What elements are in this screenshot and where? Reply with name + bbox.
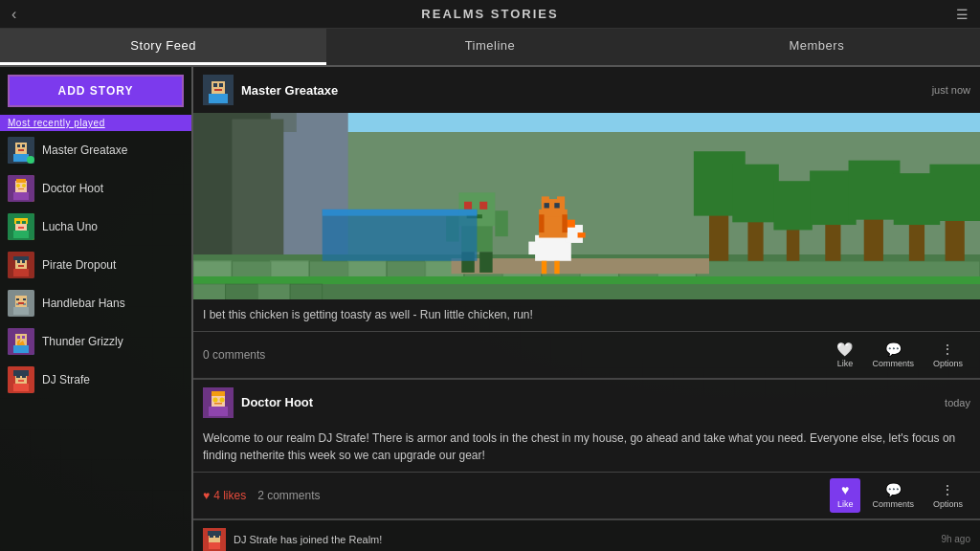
comment-icon-2: 💬 — [885, 482, 902, 497]
post-body-2: Welcome to our realm DJ Strafe! There is… — [193, 426, 980, 472]
post-author-1: Master Greataxe — [241, 83, 924, 98]
sidebar-item-lucha-uno[interactable]: Lucha Uno — [0, 208, 191, 246]
svg-rect-33 — [18, 302, 24, 304]
section-label: Most recently played — [0, 115, 191, 131]
tab-story-feed[interactable]: Story Feed — [0, 29, 326, 65]
svg-rect-103 — [578, 232, 586, 237]
svg-rect-30 — [23, 298, 26, 300]
sidebar-item-doctor-hoot[interactable]: Doctor Hoot — [0, 169, 191, 208]
svg-rect-4 — [18, 149, 24, 151]
svg-rect-25 — [18, 265, 24, 267]
options-label: Options — [933, 359, 963, 368]
svg-rect-114 — [323, 209, 478, 261]
svg-rect-118 — [193, 284, 226, 299]
svg-rect-115 — [323, 209, 478, 216]
post-actions-1: 0 comments 🤍 Like 💬 Comments ⋮ Options — [193, 331, 980, 378]
like-button-1[interactable]: 🤍 Like — [829, 338, 860, 372]
story-feed: Master Greataxe just now — [191, 67, 980, 551]
avatar-thunder-grizzly — [8, 328, 34, 355]
options-label-2: Options — [933, 499, 963, 509]
heart-icon: 🤍 — [836, 342, 853, 357]
svg-rect-44 — [22, 375, 26, 378]
svg-rect-111 — [554, 203, 559, 208]
comments-button-2[interactable]: 💬 Comments — [864, 478, 922, 513]
svg-rect-50 — [219, 83, 223, 87]
svg-rect-28 — [15, 296, 27, 307]
back-button[interactable]: ‹ — [11, 6, 16, 23]
menu-button[interactable]: ☰ — [956, 7, 969, 22]
svg-rect-29 — [16, 298, 19, 300]
svg-point-9 — [16, 184, 20, 187]
svg-rect-119 — [226, 284, 258, 299]
like-label: Like — [837, 359, 854, 368]
options-icon: ⋮ — [941, 342, 954, 357]
svg-rect-120 — [257, 284, 290, 299]
heart-icon-active: ♥ — [841, 482, 849, 497]
content-area: ADD STORY Most recently played — [0, 67, 980, 551]
options-button-2[interactable]: ⋮ Options — [925, 478, 970, 513]
svg-rect-17 — [22, 221, 26, 224]
story-post-1: Master Greataxe just now — [193, 67, 980, 380]
tab-timeline[interactable]: Timeline — [326, 29, 653, 65]
sidebar-item-handlebar-hans[interactable]: Handlebar Hans — [0, 284, 191, 322]
comments-count-1: 0 comments — [203, 348, 825, 362]
svg-rect-46 — [13, 384, 29, 391]
svg-rect-92 — [464, 202, 472, 209]
svg-rect-24 — [22, 260, 25, 263]
svg-rect-3 — [22, 144, 25, 147]
comments-label-2: Comments — [872, 499, 914, 509]
svg-rect-110 — [545, 203, 549, 208]
notification-text: DJ Strafe has joined the Realm! — [234, 534, 933, 545]
options-button-1[interactable]: ⋮ Options — [925, 338, 970, 372]
svg-rect-37 — [17, 336, 20, 339]
svg-rect-19 — [13, 231, 29, 238]
player-name: Thunder Grizzly — [42, 335, 123, 348]
sidebar: ADD STORY Most recently played — [0, 67, 191, 551]
post-time-2: today — [945, 397, 970, 408]
app-title: REALMS STORIES — [421, 7, 558, 21]
post-actions-2: ♥ 4 likes 2 comments ♥ Like 💬 Comments ⋮ — [193, 472, 980, 518]
svg-rect-96 — [495, 210, 507, 236]
svg-rect-127 — [214, 403, 222, 405]
comments-count-2: 2 comments — [257, 489, 826, 502]
svg-rect-1 — [15, 143, 27, 154]
like-label-2: Like — [837, 499, 854, 509]
svg-rect-128 — [209, 407, 228, 416]
like-button-2[interactable]: ♥ Like — [830, 478, 861, 513]
svg-rect-113 — [562, 214, 567, 232]
svg-rect-12 — [13, 192, 29, 200]
svg-rect-34 — [13, 307, 29, 315]
svg-rect-16 — [16, 221, 20, 224]
svg-rect-23 — [17, 260, 20, 263]
svg-rect-2 — [17, 144, 20, 147]
sidebar-item-pirate-dropout[interactable]: Pirate Dropout — [0, 246, 191, 284]
svg-point-10 — [22, 184, 26, 187]
svg-rect-52 — [209, 94, 228, 103]
svg-rect-38 — [22, 336, 25, 339]
post-header-2: Doctor Hoot today — [193, 380, 980, 426]
notification-time: 9h ago — [941, 534, 970, 544]
svg-rect-104 — [542, 261, 546, 274]
svg-rect-11 — [18, 188, 24, 189]
svg-rect-93 — [479, 202, 487, 209]
post-time-1: just now — [932, 84, 970, 96]
tab-members[interactable]: Members — [654, 29, 980, 65]
avatar-pirate-dropout — [8, 252, 34, 278]
svg-rect-105 — [554, 261, 559, 274]
story-post-2: Doctor Hoot today Welcome to our realm D… — [193, 380, 980, 520]
svg-rect-48 — [212, 81, 225, 94]
svg-rect-100 — [528, 242, 541, 254]
player-name: DJ Strafe — [42, 373, 90, 386]
sidebar-item-master-greataxe[interactable]: Master Greataxe — [0, 131, 191, 169]
player-name: Handlebar Hans — [42, 297, 125, 310]
post-avatar-master — [203, 75, 234, 105]
svg-rect-98 — [479, 252, 492, 273]
svg-rect-121 — [290, 284, 323, 299]
add-story-button[interactable]: ADD STORY — [8, 75, 184, 107]
avatar-lucha-uno — [8, 213, 34, 240]
comments-button-1[interactable]: 💬 Comments — [864, 338, 922, 372]
sidebar-item-thunder-grizzly[interactable]: Thunder Grizzly — [0, 322, 191, 361]
sidebar-item-dj-strafe[interactable]: DJ Strafe — [0, 361, 191, 399]
avatar-dj-strafe — [8, 366, 34, 393]
player-name: Lucha Uno — [42, 220, 98, 233]
